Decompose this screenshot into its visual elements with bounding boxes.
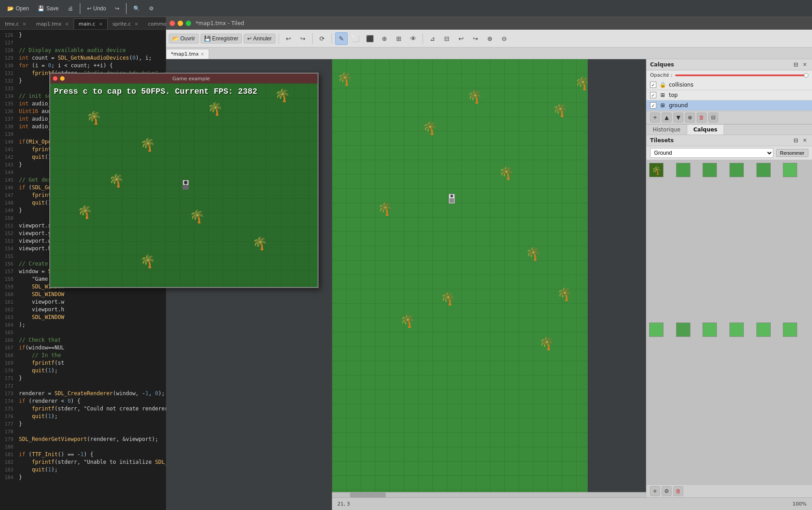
layers-collapse-icon[interactable]: ⊟	[792, 61, 799, 68]
line-code: for (i = 0; i < count; ++i) {	[17, 62, 166, 70]
fill-tool-button[interactable]: ⬛	[364, 32, 376, 45]
layer-properties-button[interactable]: ⊟	[708, 113, 718, 122]
line-number: 175	[0, 405, 17, 413]
tab-commonc[interactable]: common.c ×	[143, 18, 166, 29]
tile-cell-dark-grass-2[interactable]	[703, 163, 717, 177]
tileset-select[interactable]: Ground	[650, 148, 773, 158]
add-layer-button[interactable]: +	[650, 113, 660, 122]
zoom-out-button[interactable]: ⊖	[498, 32, 511, 45]
map-area[interactable]: 🌴 🌴 🌴 🌴 🌴 🌴 🌴 🌴 🌴 🌴 🌴 🌴	[332, 59, 588, 497]
map-canvas[interactable]: 🌴 🌴 🌴 🌴 🌴 🌴 🌴 🌴 🌴 🌴 🌴 🌴	[332, 59, 588, 497]
duplicate-layer-button[interactable]: ⊕	[685, 113, 695, 122]
undo3-tool-button[interactable]: ↩	[455, 32, 467, 45]
tileset-settings-button[interactable]: ⚙	[662, 486, 672, 496]
close-map1-icon[interactable]: ×	[65, 22, 69, 26]
map-tab[interactable]: *map1.tmx ×	[166, 49, 209, 59]
print-button[interactable]: 🖨	[64, 4, 77, 13]
ouvrir-button[interactable]: 📂 Ouvrir	[169, 34, 199, 44]
line-number: 183	[0, 466, 17, 474]
layer-ground-checkbox[interactable]: ✓	[650, 102, 656, 109]
grid-tool-button[interactable]: ⊟	[441, 32, 453, 45]
tile-cell-palm[interactable]: 🌴	[649, 163, 664, 177]
tile-cell-dark-grass-1[interactable]	[676, 163, 690, 177]
undo-tool-button[interactable]: ↩	[282, 32, 295, 45]
close-tmx-icon[interactable]: ×	[22, 22, 26, 26]
annuler-button[interactable]: ↩ Annuler	[244, 34, 275, 44]
search-button[interactable]: 🔍	[130, 4, 144, 13]
magnet-tool-button[interactable]: ⊞	[393, 32, 405, 45]
layer-collisions-checkbox[interactable]: ✓	[650, 82, 656, 88]
tilesets-collapse-icon[interactable]: ⊟	[792, 137, 799, 144]
tile-cell-grass-7[interactable]	[783, 323, 797, 337]
close-spritec-icon[interactable]: ×	[135, 22, 138, 26]
code-line-176: 176 quit(1);	[0, 413, 166, 420]
more-tool-button[interactable]: ⊿	[426, 32, 439, 45]
line-number: 174	[0, 397, 17, 405]
layer-top[interactable]: ✓ ⊞ top	[646, 90, 812, 100]
line-number: 166	[0, 336, 17, 344]
redo-button[interactable]: ↪	[111, 4, 123, 13]
tileset-delete-button[interactable]: 🗑	[673, 486, 683, 496]
line-number: 154	[0, 245, 17, 253]
map-horizontal-scrollbar[interactable]	[332, 492, 646, 497]
redo-tool-button[interactable]: ↪	[297, 32, 309, 45]
tilesets-close-icon[interactable]: ✕	[801, 137, 808, 144]
close-map-tab-icon[interactable]: ×	[201, 52, 204, 57]
enregistrer-button[interactable]: 💾 Enregistrer	[201, 34, 242, 44]
layer-ground[interactable]: ✓ ⊞ ground	[646, 100, 812, 111]
tiled-min-button[interactable]	[178, 21, 183, 26]
historique-tab[interactable]: Historique	[646, 125, 687, 135]
game-fps-display: Press c to cap to 50FPS. Current FPS: 23…	[54, 87, 258, 96]
layers-settings-icon[interactable]: ✕	[801, 61, 808, 68]
opacity-slider-thumb[interactable]	[804, 73, 808, 78]
layer-up-button[interactable]: ▲	[662, 113, 672, 122]
eye-tool-button[interactable]: 👁	[407, 32, 419, 45]
tab-map1tmx[interactable]: map1.tmx ×	[31, 18, 74, 29]
layer-collisions[interactable]: ✓ 🔒 collisions	[646, 80, 812, 90]
line-code	[17, 443, 166, 451]
tile-cell-dark-grass-4[interactable]	[756, 163, 771, 177]
layer-down-button[interactable]: ▼	[673, 113, 683, 122]
layer-top-checkbox[interactable]: ✓	[650, 92, 656, 98]
code-tabs: tmx.c × map1.tmx × main.c × sprite.c × c…	[0, 17, 166, 30]
tile-cell-grass-1[interactable]	[783, 163, 797, 177]
close-mainc-icon[interactable]: ×	[99, 22, 102, 26]
tile-cell-grass-2[interactable]	[649, 323, 664, 337]
game-close-button[interactable]	[53, 76, 57, 81]
save-button[interactable]: 💾 Save	[34, 4, 62, 13]
rotate-tool-button[interactable]: ⟳	[316, 32, 328, 45]
calques-tab[interactable]: Calques	[687, 125, 724, 135]
tile-cell-grass-6[interactable]	[756, 323, 771, 337]
stamp-tool-button[interactable]: ✎	[335, 32, 348, 45]
opacity-slider[interactable]	[675, 74, 808, 76]
tiled-close-button[interactable]	[170, 21, 175, 26]
delete-layer-button[interactable]: 🗑	[697, 113, 707, 122]
tab-tmx[interactable]: tmx.c ×	[0, 18, 31, 29]
add-tileset-button[interactable]: +	[650, 486, 660, 496]
tile-cell-grass-4[interactable]	[703, 323, 717, 337]
tile-cell-grass-3[interactable]	[676, 323, 690, 337]
palm-tree: 🌴	[538, 328, 554, 350]
game-min-button[interactable]	[60, 76, 65, 81]
redo3-tool-button[interactable]: ↪	[469, 32, 482, 45]
palm-tree: 🌴	[467, 82, 483, 103]
eraser-tool-button[interactable]: ⬜	[349, 32, 362, 45]
open-button[interactable]: 📂 Open	[4, 4, 32, 13]
tiled-max-button[interactable]	[186, 21, 191, 26]
select-tool-button[interactable]: ⊕	[378, 32, 391, 45]
line-code: }	[17, 420, 166, 428]
tab-spritec[interactable]: sprite.c ×	[108, 18, 143, 29]
game-titlebar: Game example	[50, 74, 318, 83]
game-palm-8: 🌴	[140, 254, 156, 269]
settings-button[interactable]: ⚙	[145, 4, 157, 13]
tab-mainc[interactable]: main.c ×	[74, 18, 107, 29]
scroll-thumb[interactable]	[350, 493, 386, 497]
undo-button[interactable]: ↩ Undo	[83, 4, 110, 13]
tile-cell-grass-5[interactable]	[729, 323, 744, 337]
tile-cell-dark-grass-3[interactable]	[729, 163, 744, 177]
code-line-128: 128// Display available audio device	[0, 47, 166, 54]
game-palm-4: 🌴	[109, 173, 124, 188]
rename-tileset-button[interactable]: Renommer	[776, 149, 808, 157]
zoom-in-button[interactable]: ⊕	[484, 32, 496, 45]
line-code	[17, 39, 166, 47]
